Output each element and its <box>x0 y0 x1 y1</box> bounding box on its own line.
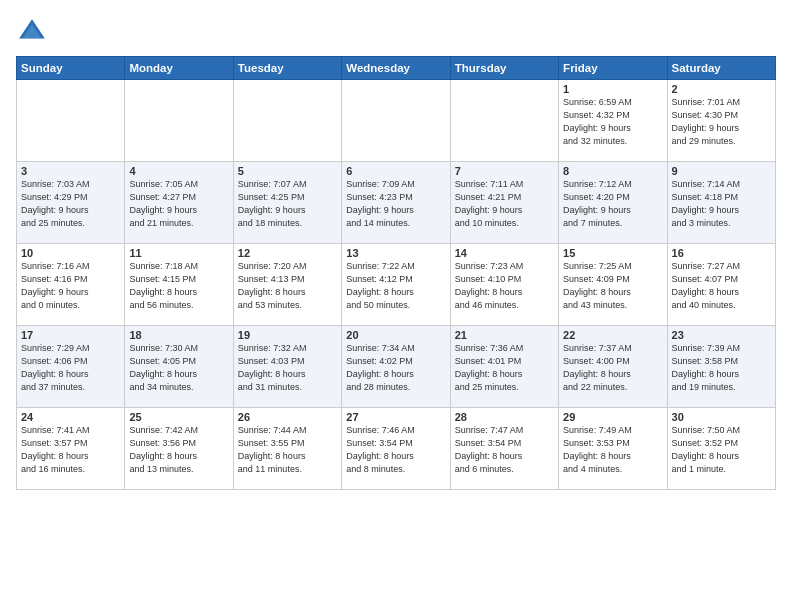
calendar-cell: 4Sunrise: 7:05 AM Sunset: 4:27 PM Daylig… <box>125 162 233 244</box>
day-number: 26 <box>238 411 337 423</box>
calendar-cell: 19Sunrise: 7:32 AM Sunset: 4:03 PM Dayli… <box>233 326 341 408</box>
logo-icon <box>16 16 48 48</box>
calendar-cell: 29Sunrise: 7:49 AM Sunset: 3:53 PM Dayli… <box>559 408 667 490</box>
day-number: 16 <box>672 247 771 259</box>
day-number: 1 <box>563 83 662 95</box>
day-info: Sunrise: 7:09 AM Sunset: 4:23 PM Dayligh… <box>346 178 445 230</box>
day-info: Sunrise: 7:42 AM Sunset: 3:56 PM Dayligh… <box>129 424 228 476</box>
day-number: 19 <box>238 329 337 341</box>
day-info: Sunrise: 7:20 AM Sunset: 4:13 PM Dayligh… <box>238 260 337 312</box>
day-info: Sunrise: 7:11 AM Sunset: 4:21 PM Dayligh… <box>455 178 554 230</box>
calendar-cell: 24Sunrise: 7:41 AM Sunset: 3:57 PM Dayli… <box>17 408 125 490</box>
day-of-week-header: Tuesday <box>233 57 341 80</box>
day-info: Sunrise: 7:37 AM Sunset: 4:00 PM Dayligh… <box>563 342 662 394</box>
calendar-week-row: 3Sunrise: 7:03 AM Sunset: 4:29 PM Daylig… <box>17 162 776 244</box>
day-number: 27 <box>346 411 445 423</box>
page: SundayMondayTuesdayWednesdayThursdayFrid… <box>0 0 792 500</box>
calendar-week-row: 10Sunrise: 7:16 AM Sunset: 4:16 PM Dayli… <box>17 244 776 326</box>
day-info: Sunrise: 7:50 AM Sunset: 3:52 PM Dayligh… <box>672 424 771 476</box>
day-info: Sunrise: 7:27 AM Sunset: 4:07 PM Dayligh… <box>672 260 771 312</box>
day-info: Sunrise: 7:39 AM Sunset: 3:58 PM Dayligh… <box>672 342 771 394</box>
calendar-cell <box>342 80 450 162</box>
calendar-cell: 15Sunrise: 7:25 AM Sunset: 4:09 PM Dayli… <box>559 244 667 326</box>
calendar-cell <box>450 80 558 162</box>
day-info: Sunrise: 7:25 AM Sunset: 4:09 PM Dayligh… <box>563 260 662 312</box>
calendar-cell: 26Sunrise: 7:44 AM Sunset: 3:55 PM Dayli… <box>233 408 341 490</box>
day-info: Sunrise: 7:23 AM Sunset: 4:10 PM Dayligh… <box>455 260 554 312</box>
day-number: 30 <box>672 411 771 423</box>
calendar-cell: 7Sunrise: 7:11 AM Sunset: 4:21 PM Daylig… <box>450 162 558 244</box>
day-info: Sunrise: 7:32 AM Sunset: 4:03 PM Dayligh… <box>238 342 337 394</box>
day-info: Sunrise: 7:01 AM Sunset: 4:30 PM Dayligh… <box>672 96 771 148</box>
header <box>16 16 776 48</box>
day-number: 15 <box>563 247 662 259</box>
calendar-cell: 28Sunrise: 7:47 AM Sunset: 3:54 PM Dayli… <box>450 408 558 490</box>
calendar-cell: 5Sunrise: 7:07 AM Sunset: 4:25 PM Daylig… <box>233 162 341 244</box>
day-number: 21 <box>455 329 554 341</box>
calendar-cell: 9Sunrise: 7:14 AM Sunset: 4:18 PM Daylig… <box>667 162 775 244</box>
day-number: 9 <box>672 165 771 177</box>
day-number: 25 <box>129 411 228 423</box>
calendar-cell <box>233 80 341 162</box>
calendar-cell: 22Sunrise: 7:37 AM Sunset: 4:00 PM Dayli… <box>559 326 667 408</box>
day-number: 13 <box>346 247 445 259</box>
calendar-cell: 3Sunrise: 7:03 AM Sunset: 4:29 PM Daylig… <box>17 162 125 244</box>
day-info: Sunrise: 7:30 AM Sunset: 4:05 PM Dayligh… <box>129 342 228 394</box>
day-info: Sunrise: 7:29 AM Sunset: 4:06 PM Dayligh… <box>21 342 120 394</box>
day-of-week-header: Thursday <box>450 57 558 80</box>
day-number: 23 <box>672 329 771 341</box>
calendar-table: SundayMondayTuesdayWednesdayThursdayFrid… <box>16 56 776 490</box>
calendar-header-row: SundayMondayTuesdayWednesdayThursdayFrid… <box>17 57 776 80</box>
day-of-week-header: Monday <box>125 57 233 80</box>
calendar-cell: 12Sunrise: 7:20 AM Sunset: 4:13 PM Dayli… <box>233 244 341 326</box>
day-number: 14 <box>455 247 554 259</box>
day-info: Sunrise: 6:59 AM Sunset: 4:32 PM Dayligh… <box>563 96 662 148</box>
calendar-cell: 13Sunrise: 7:22 AM Sunset: 4:12 PM Dayli… <box>342 244 450 326</box>
day-number: 18 <box>129 329 228 341</box>
day-info: Sunrise: 7:03 AM Sunset: 4:29 PM Dayligh… <box>21 178 120 230</box>
calendar-week-row: 1Sunrise: 6:59 AM Sunset: 4:32 PM Daylig… <box>17 80 776 162</box>
day-info: Sunrise: 7:18 AM Sunset: 4:15 PM Dayligh… <box>129 260 228 312</box>
calendar-week-row: 17Sunrise: 7:29 AM Sunset: 4:06 PM Dayli… <box>17 326 776 408</box>
calendar-week-row: 24Sunrise: 7:41 AM Sunset: 3:57 PM Dayli… <box>17 408 776 490</box>
day-info: Sunrise: 7:12 AM Sunset: 4:20 PM Dayligh… <box>563 178 662 230</box>
calendar-cell: 2Sunrise: 7:01 AM Sunset: 4:30 PM Daylig… <box>667 80 775 162</box>
calendar-cell: 11Sunrise: 7:18 AM Sunset: 4:15 PM Dayli… <box>125 244 233 326</box>
day-info: Sunrise: 7:14 AM Sunset: 4:18 PM Dayligh… <box>672 178 771 230</box>
calendar-cell: 30Sunrise: 7:50 AM Sunset: 3:52 PM Dayli… <box>667 408 775 490</box>
day-number: 10 <box>21 247 120 259</box>
day-number: 12 <box>238 247 337 259</box>
day-number: 17 <box>21 329 120 341</box>
day-info: Sunrise: 7:07 AM Sunset: 4:25 PM Dayligh… <box>238 178 337 230</box>
day-info: Sunrise: 7:41 AM Sunset: 3:57 PM Dayligh… <box>21 424 120 476</box>
day-of-week-header: Friday <box>559 57 667 80</box>
day-number: 22 <box>563 329 662 341</box>
day-info: Sunrise: 7:46 AM Sunset: 3:54 PM Dayligh… <box>346 424 445 476</box>
logo <box>16 16 52 48</box>
day-info: Sunrise: 7:05 AM Sunset: 4:27 PM Dayligh… <box>129 178 228 230</box>
day-number: 4 <box>129 165 228 177</box>
day-info: Sunrise: 7:36 AM Sunset: 4:01 PM Dayligh… <box>455 342 554 394</box>
day-number: 5 <box>238 165 337 177</box>
calendar-cell: 18Sunrise: 7:30 AM Sunset: 4:05 PM Dayli… <box>125 326 233 408</box>
calendar-cell: 25Sunrise: 7:42 AM Sunset: 3:56 PM Dayli… <box>125 408 233 490</box>
day-info: Sunrise: 7:22 AM Sunset: 4:12 PM Dayligh… <box>346 260 445 312</box>
day-info: Sunrise: 7:49 AM Sunset: 3:53 PM Dayligh… <box>563 424 662 476</box>
day-info: Sunrise: 7:47 AM Sunset: 3:54 PM Dayligh… <box>455 424 554 476</box>
calendar-cell <box>17 80 125 162</box>
day-number: 8 <box>563 165 662 177</box>
day-number: 29 <box>563 411 662 423</box>
calendar-cell: 16Sunrise: 7:27 AM Sunset: 4:07 PM Dayli… <box>667 244 775 326</box>
calendar-cell: 8Sunrise: 7:12 AM Sunset: 4:20 PM Daylig… <box>559 162 667 244</box>
day-info: Sunrise: 7:34 AM Sunset: 4:02 PM Dayligh… <box>346 342 445 394</box>
day-number: 3 <box>21 165 120 177</box>
calendar-cell: 20Sunrise: 7:34 AM Sunset: 4:02 PM Dayli… <box>342 326 450 408</box>
day-number: 7 <box>455 165 554 177</box>
day-of-week-header: Wednesday <box>342 57 450 80</box>
calendar-cell: 10Sunrise: 7:16 AM Sunset: 4:16 PM Dayli… <box>17 244 125 326</box>
calendar-cell: 1Sunrise: 6:59 AM Sunset: 4:32 PM Daylig… <box>559 80 667 162</box>
day-number: 24 <box>21 411 120 423</box>
calendar-cell: 21Sunrise: 7:36 AM Sunset: 4:01 PM Dayli… <box>450 326 558 408</box>
calendar-cell: 6Sunrise: 7:09 AM Sunset: 4:23 PM Daylig… <box>342 162 450 244</box>
day-of-week-header: Saturday <box>667 57 775 80</box>
